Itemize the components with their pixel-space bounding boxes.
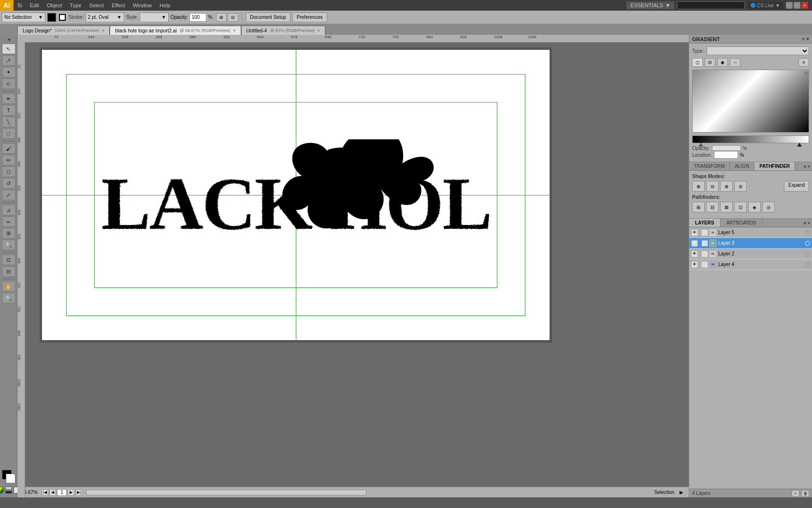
first-page-button[interactable]: |◀ xyxy=(42,489,48,496)
layer-lock-5[interactable] xyxy=(702,230,708,236)
menu-item-select[interactable]: Select xyxy=(85,0,108,11)
trim-btn[interactable]: ⊟ xyxy=(706,202,719,212)
close-tab-icon[interactable]: × xyxy=(102,28,104,33)
document-setup-button[interactable]: Document Setup xyxy=(246,13,290,22)
tab-transform[interactable]: TRANSFORM xyxy=(689,162,730,170)
close-button[interactable]: × xyxy=(801,2,808,9)
exclude-btn[interactable]: ⊘ xyxy=(734,181,747,192)
delete-layer-btn[interactable]: 🗑 xyxy=(801,490,809,497)
gradient-tool[interactable]: ⊿ xyxy=(2,205,15,215)
paintbrush-tool[interactable]: 🖌 xyxy=(2,143,15,154)
selection-indicator[interactable]: No Selection ▼ xyxy=(2,13,45,22)
menu-item-edit[interactable]: Edit xyxy=(26,0,43,11)
layers-menu-icon[interactable]: ≡ xyxy=(803,221,806,225)
layer-item-2[interactable]: 👁 H Layer 2 xyxy=(689,249,812,259)
menu-item-help[interactable]: Help xyxy=(156,0,174,11)
tab-black-hole[interactable]: black hole logo ae import2.ai @ 66.67% (… xyxy=(110,26,241,35)
menu-item-si[interactable]: Si xyxy=(14,0,26,11)
tab-artboards[interactable]: ARTBOARDS xyxy=(721,219,763,227)
icon-btn-1[interactable]: ⊞ xyxy=(216,13,227,22)
layer-eye-4[interactable]: 👁 xyxy=(691,261,698,268)
minus-front-btn[interactable]: ⊖ xyxy=(706,181,719,192)
line-tool[interactable]: ╲ xyxy=(2,117,15,127)
opacity-input[interactable] xyxy=(189,13,206,22)
stroke-size-select[interactable]: 2 pt. Oval ▼ xyxy=(86,13,124,22)
intersect-btn[interactable]: ⊗ xyxy=(720,181,733,192)
layer-lock-4[interactable] xyxy=(702,262,708,268)
zoom-tool[interactable]: 🔍 xyxy=(2,293,15,303)
scale-tool[interactable]: ⤢ xyxy=(2,190,15,200)
workspace-switcher[interactable]: ESSENTIALS ▼ xyxy=(626,1,674,9)
layer-eye-5[interactable]: 👁 xyxy=(691,229,698,236)
cs-live-button[interactable]: CS Live ▼ xyxy=(748,2,783,9)
divide-btn[interactable]: ⊞ xyxy=(692,202,705,212)
status-arrow-icon[interactable]: ▶ xyxy=(678,489,685,496)
tab-layers[interactable]: LAYERS xyxy=(689,219,721,227)
artboard[interactable]: BLACK HOLE xyxy=(42,50,550,340)
icon-btn-2[interactable]: ⊟ xyxy=(228,13,238,22)
gradient-stop-left[interactable] xyxy=(698,143,703,147)
layer-item-3[interactable]: 👁 H Layer 3 xyxy=(689,238,812,249)
layers-close-icon[interactable]: × xyxy=(808,221,810,225)
expand-button[interactable]: Expand xyxy=(784,181,809,192)
tab-untitled[interactable]: Untitled-4 @ 67% (RGB/Preview) × xyxy=(241,26,325,35)
gradient-stop-right[interactable] xyxy=(797,143,802,147)
next-page-button[interactable]: ▶ xyxy=(68,489,74,496)
gradient-panel-header[interactable]: GRADIENT ≡ × xyxy=(689,35,812,44)
close-tab-icon-3[interactable]: × xyxy=(318,28,320,33)
layer-circle-5[interactable] xyxy=(805,230,810,235)
minus-back-btn[interactable]: ◎ xyxy=(762,202,775,212)
pencil-tool[interactable]: ✏ xyxy=(2,155,15,165)
gradient-menu-icon[interactable]: ≡ xyxy=(798,58,809,67)
layer-lock-3[interactable] xyxy=(702,240,708,246)
search-input[interactable] xyxy=(677,1,745,9)
merge-btn[interactable]: ⊠ xyxy=(720,202,733,212)
background-color[interactable] xyxy=(6,474,15,483)
unite-btn[interactable]: ⊕ xyxy=(692,181,705,192)
canvas-area[interactable]: 72 144 216 288 360 432 504 576 648 720 7… xyxy=(17,35,689,497)
preferences-button[interactable]: Preferences xyxy=(292,13,327,22)
slice-tool[interactable]: ⊟ xyxy=(2,266,15,277)
gradient-reset-icon[interactable]: ⊗ xyxy=(804,71,808,75)
menu-item-window[interactable]: Window xyxy=(129,0,156,11)
rotate-tool[interactable]: ↺ xyxy=(2,178,15,189)
hand-tool[interactable]: ✋ xyxy=(2,281,15,292)
outline-btn[interactable]: ◈ xyxy=(748,202,761,212)
gradient-stop-bar[interactable] xyxy=(692,135,809,143)
panel-close-icon[interactable]: × xyxy=(808,164,810,169)
prev-page-button[interactable]: ◀ xyxy=(49,489,56,496)
logo-artwork[interactable]: BLACK HOLE xyxy=(102,139,489,260)
location-input[interactable] xyxy=(714,151,738,159)
selection-tool[interactable]: ↖ xyxy=(2,44,15,54)
layer-lock-2[interactable] xyxy=(702,251,708,257)
tab-pathfinder[interactable]: PATHFINDER xyxy=(754,162,795,170)
maximize-button[interactable]: □ xyxy=(794,2,800,9)
stroke-color-indicator[interactable] xyxy=(58,13,67,22)
mesh-tool[interactable]: ⊞ xyxy=(2,228,15,239)
layer-item-5[interactable]: 👁 H Layer 5 xyxy=(689,227,812,238)
panel-options-icon[interactable]: ≡ xyxy=(802,36,805,42)
pen-tool[interactable]: ✒ xyxy=(2,93,15,104)
layer-circle-2[interactable] xyxy=(805,252,810,256)
rectangle-tool[interactable]: □ xyxy=(2,128,15,139)
menu-item-effect[interactable]: Effect xyxy=(108,0,129,11)
gradient-mode-icon[interactable] xyxy=(5,487,12,493)
lasso-tool[interactable]: ⊂ xyxy=(2,78,15,89)
layer-circle-3[interactable] xyxy=(805,241,810,246)
gradient-preview[interactable] xyxy=(692,70,809,133)
scroll-indicator[interactable] xyxy=(86,490,366,495)
style-select[interactable]: ▼ xyxy=(140,13,169,22)
reverse-gradient-icon[interactable]: ↔ xyxy=(730,58,740,67)
tab-align[interactable]: ALIGN xyxy=(730,162,754,170)
menu-item-type[interactable]: Type xyxy=(66,0,86,11)
layer-circle-4[interactable] xyxy=(805,262,810,267)
magic-wand-tool[interactable]: ✦ xyxy=(2,67,15,77)
close-tab-icon-2[interactable]: × xyxy=(233,28,235,33)
blend-tool[interactable]: ∞ xyxy=(2,216,15,227)
artboard-tool[interactable]: ⊡ xyxy=(2,254,15,265)
type-tool[interactable]: T xyxy=(2,105,15,116)
fill-color-swatch[interactable] xyxy=(47,13,56,22)
swatch-icon[interactable]: ◫ xyxy=(692,58,703,67)
direct-selection-tool[interactable]: ↗ xyxy=(2,55,15,66)
radial-gradient-icon[interactable]: ◉ xyxy=(717,58,728,67)
